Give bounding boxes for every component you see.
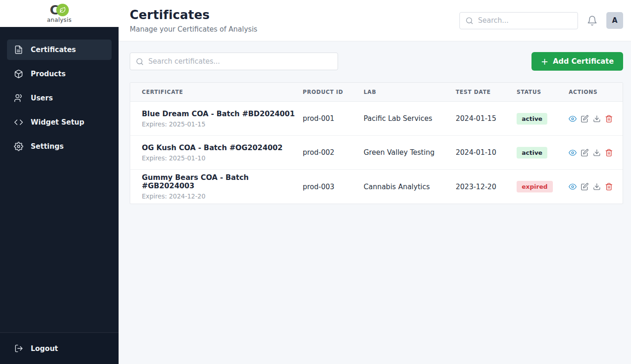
edit-icon bbox=[581, 183, 589, 191]
certificate-expires: Expires: 2025-01-15 bbox=[142, 120, 303, 128]
sidebar-item-widget-setup[interactable]: Widget Setup bbox=[7, 112, 112, 132]
sidebar-item-users[interactable]: Users bbox=[7, 88, 112, 108]
trash-icon bbox=[605, 183, 613, 191]
lab-cell: Cannabis Analytics bbox=[364, 183, 456, 191]
global-search bbox=[459, 12, 578, 29]
view-button[interactable] bbox=[569, 183, 577, 191]
sidebar-item-label: Widget Setup bbox=[31, 118, 84, 126]
column-header-product-id: PRODUCT ID bbox=[303, 89, 364, 95]
gear-icon bbox=[14, 142, 23, 151]
toolbar: + Add Certificate bbox=[130, 52, 623, 71]
edit-button[interactable] bbox=[581, 149, 589, 157]
leaf-icon bbox=[56, 4, 69, 16]
content: + Add Certificate CERTIFICATE PRODUCT ID… bbox=[119, 41, 631, 204]
eye-icon bbox=[569, 183, 577, 191]
certificate-name: Gummy Bears COA - Batch #GB2024003 bbox=[142, 173, 303, 190]
download-button[interactable] bbox=[593, 149, 601, 157]
certificate-expires: Expires: 2025-01-10 bbox=[142, 154, 303, 162]
sidebar-item-settings[interactable]: Settings bbox=[7, 136, 112, 157]
status-badge: expired bbox=[517, 181, 553, 192]
download-icon bbox=[593, 149, 601, 157]
certificate-name: OG Kush COA - Batch #OG2024002 bbox=[142, 144, 303, 152]
lab-cell: Green Valley Testing bbox=[364, 148, 456, 157]
certificates-table: CERTIFICATE PRODUCT ID LAB TEST DATE STA… bbox=[130, 82, 623, 204]
column-header-actions: ACTIONS bbox=[569, 89, 623, 95]
column-header-lab: LAB bbox=[364, 89, 456, 95]
page-title: Certificates bbox=[130, 8, 257, 22]
code-icon bbox=[14, 118, 23, 127]
sidebar-nav: Certificates Products Users Widget Setup… bbox=[0, 27, 119, 160]
lab-cell: Pacific Lab Services bbox=[364, 114, 456, 123]
app-root: C analysis Certificates Products Users bbox=[0, 0, 631, 364]
package-icon bbox=[14, 69, 23, 79]
edit-icon bbox=[581, 149, 589, 157]
sidebar-item-certificates[interactable]: Certificates bbox=[7, 40, 112, 60]
delete-button[interactable] bbox=[605, 115, 613, 123]
view-button[interactable] bbox=[569, 149, 577, 157]
column-header-status: STATUS bbox=[517, 89, 569, 95]
download-button[interactable] bbox=[593, 183, 601, 191]
table-row: Gummy Bears COA - Batch #GB2024003 Expir… bbox=[130, 170, 623, 204]
product-id-cell: prod-003 bbox=[303, 183, 364, 191]
add-certificate-label: Add Certificate bbox=[553, 57, 614, 66]
logout-icon bbox=[14, 344, 23, 353]
avatar[interactable]: A bbox=[606, 12, 623, 29]
eye-icon bbox=[569, 149, 577, 157]
test-date-cell: 2024-01-10 bbox=[456, 148, 517, 157]
trash-icon bbox=[605, 149, 613, 157]
logout-button[interactable]: Logout bbox=[0, 332, 119, 364]
sidebar-item-label: Users bbox=[31, 94, 53, 102]
download-icon bbox=[593, 115, 601, 123]
page-subtitle: Manage your Certificates of Analysis bbox=[130, 25, 257, 33]
edit-icon bbox=[581, 115, 589, 123]
trash-icon bbox=[605, 115, 613, 123]
download-icon bbox=[593, 183, 601, 191]
edit-button[interactable] bbox=[581, 115, 589, 123]
product-id-cell: prod-002 bbox=[303, 148, 364, 157]
users-icon bbox=[14, 93, 23, 103]
certificate-expires: Expires: 2024-12-20 bbox=[142, 192, 303, 200]
add-certificate-button[interactable]: + Add Certificate bbox=[531, 52, 623, 71]
bell-icon[interactable] bbox=[587, 15, 598, 26]
sidebar-item-label: Certificates bbox=[31, 46, 76, 54]
table-row: Blue Dream COA - Batch #BD2024001 Expire… bbox=[130, 102, 623, 136]
logo: C analysis bbox=[0, 0, 119, 27]
sidebar-item-label: Settings bbox=[31, 142, 64, 151]
search-icon bbox=[136, 58, 144, 66]
certificates-search bbox=[130, 53, 338, 70]
test-date-cell: 2023-12-20 bbox=[456, 183, 517, 191]
topbar: Certificates Manage your Certificates of… bbox=[119, 0, 631, 41]
download-button[interactable] bbox=[593, 115, 601, 123]
edit-button[interactable] bbox=[581, 183, 589, 191]
sidebar: C analysis Certificates Products Users bbox=[0, 0, 119, 364]
product-id-cell: prod-001 bbox=[303, 114, 364, 123]
document-icon bbox=[14, 45, 23, 54]
status-badge: active bbox=[517, 113, 547, 125]
view-button[interactable] bbox=[569, 115, 577, 123]
delete-button[interactable] bbox=[605, 149, 613, 157]
logout-label: Logout bbox=[31, 344, 58, 353]
sidebar-item-label: Products bbox=[31, 70, 66, 78]
status-badge: active bbox=[517, 147, 547, 159]
test-date-cell: 2024-01-15 bbox=[456, 114, 517, 123]
global-search-input[interactable] bbox=[478, 16, 572, 25]
search-icon bbox=[465, 17, 473, 25]
column-header-certificate: CERTIFICATE bbox=[130, 89, 303, 95]
table-header-row: CERTIFICATE PRODUCT ID LAB TEST DATE STA… bbox=[130, 83, 623, 102]
main-area: Certificates Manage your Certificates of… bbox=[119, 0, 631, 364]
certificates-search-input[interactable] bbox=[148, 57, 332, 66]
logo-subtext: analysis bbox=[47, 17, 72, 23]
sidebar-item-products[interactable]: Products bbox=[7, 64, 112, 84]
column-header-test-date: TEST DATE bbox=[456, 89, 517, 95]
table-row: OG Kush COA - Batch #OG2024002 Expires: … bbox=[130, 136, 623, 170]
delete-button[interactable] bbox=[605, 183, 613, 191]
eye-icon bbox=[569, 115, 577, 123]
certificate-name: Blue Dream COA - Batch #BD2024001 bbox=[142, 110, 303, 118]
plus-icon: + bbox=[541, 57, 548, 66]
